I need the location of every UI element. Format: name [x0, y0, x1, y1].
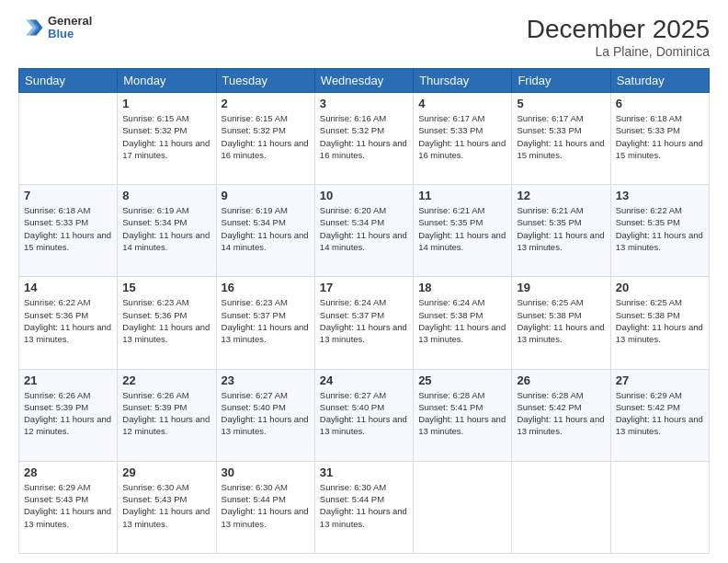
calendar-week-1: 1Sunrise: 6:15 AMSunset: 5:32 PMDaylight…	[19, 93, 710, 185]
day-number: 23	[222, 373, 310, 387]
day-number: 11	[418, 189, 506, 202]
day-info: Sunrise: 6:17 AMSunset: 5:33 PMDaylight:…	[517, 112, 605, 161]
calendar-cell: 7Sunrise: 6:18 AMSunset: 5:33 PMDaylight…	[19, 185, 118, 277]
day-number: 24	[320, 373, 408, 387]
day-info: Sunrise: 6:29 AMSunset: 5:42 PMDaylight:…	[616, 389, 704, 438]
calendar-cell: 11Sunrise: 6:21 AMSunset: 5:35 PMDayligh…	[414, 185, 512, 277]
day-info: Sunrise: 6:15 AMSunset: 5:32 PMDaylight:…	[122, 112, 210, 161]
day-info: Sunrise: 6:28 AMSunset: 5:42 PMDaylight:…	[517, 389, 605, 438]
day-info: Sunrise: 6:21 AMSunset: 5:35 PMDaylight:…	[517, 204, 605, 253]
day-number: 12	[517, 189, 605, 202]
calendar-cell	[610, 461, 709, 553]
calendar-cell: 17Sunrise: 6:24 AMSunset: 5:37 PMDayligh…	[314, 277, 413, 369]
weekday-header-wednesday: Wednesday	[314, 69, 413, 93]
day-number: 21	[24, 373, 112, 387]
calendar-cell: 2Sunrise: 6:15 AMSunset: 5:32 PMDaylight…	[216, 93, 314, 185]
calendar-cell: 26Sunrise: 6:28 AMSunset: 5:42 PMDayligh…	[512, 369, 610, 461]
day-info: Sunrise: 6:23 AMSunset: 5:36 PMDaylight:…	[122, 296, 210, 345]
day-info: Sunrise: 6:30 AMSunset: 5:44 PMDaylight:…	[320, 481, 408, 530]
month-title: December 2025	[527, 15, 710, 44]
calendar-cell: 12Sunrise: 6:21 AMSunset: 5:35 PMDayligh…	[512, 185, 610, 277]
calendar-cell: 10Sunrise: 6:20 AMSunset: 5:34 PMDayligh…	[314, 185, 413, 277]
logo-general: General	[48, 15, 92, 28]
day-info: Sunrise: 6:26 AMSunset: 5:39 PMDaylight:…	[24, 389, 112, 438]
calendar-cell: 23Sunrise: 6:27 AMSunset: 5:40 PMDayligh…	[216, 369, 314, 461]
weekday-header-friday: Friday	[512, 69, 610, 93]
calendar-cell: 24Sunrise: 6:27 AMSunset: 5:40 PMDayligh…	[314, 369, 413, 461]
header: General Blue December 2025 La Plaine, Do…	[18, 15, 710, 59]
calendar-cell: 20Sunrise: 6:25 AMSunset: 5:38 PMDayligh…	[610, 277, 709, 369]
calendar-cell: 25Sunrise: 6:28 AMSunset: 5:41 PMDayligh…	[414, 369, 512, 461]
calendar-cell: 31Sunrise: 6:30 AMSunset: 5:44 PMDayligh…	[314, 461, 413, 553]
day-number: 28	[24, 465, 112, 479]
logo-icon	[18, 15, 44, 40]
day-number: 20	[616, 281, 704, 294]
calendar-cell: 8Sunrise: 6:19 AMSunset: 5:34 PMDaylight…	[118, 185, 216, 277]
calendar-cell	[414, 461, 512, 553]
day-number: 5	[517, 97, 605, 110]
calendar-cell: 22Sunrise: 6:26 AMSunset: 5:39 PMDayligh…	[118, 369, 216, 461]
day-number: 26	[517, 373, 605, 387]
weekday-header-thursday: Thursday	[414, 69, 512, 93]
day-number: 22	[122, 373, 210, 387]
day-number: 8	[122, 189, 210, 202]
calendar-cell: 19Sunrise: 6:25 AMSunset: 5:38 PMDayligh…	[512, 277, 610, 369]
calendar-week-2: 7Sunrise: 6:18 AMSunset: 5:33 PMDaylight…	[19, 185, 710, 277]
calendar-cell: 13Sunrise: 6:22 AMSunset: 5:35 PMDayligh…	[610, 185, 709, 277]
logo-blue: Blue	[48, 28, 92, 40]
day-number: 10	[320, 189, 408, 202]
logo: General Blue	[18, 15, 92, 41]
location: La Plaine, Dominica	[527, 44, 710, 59]
day-number: 19	[517, 281, 605, 294]
day-info: Sunrise: 6:29 AMSunset: 5:43 PMDaylight:…	[24, 481, 112, 530]
calendar-week-4: 21Sunrise: 6:26 AMSunset: 5:39 PMDayligh…	[19, 369, 710, 461]
day-number: 29	[122, 465, 210, 479]
day-info: Sunrise: 6:27 AMSunset: 5:40 PMDaylight:…	[222, 389, 310, 438]
day-info: Sunrise: 6:23 AMSunset: 5:37 PMDaylight:…	[222, 296, 310, 345]
day-number: 9	[222, 189, 310, 202]
calendar-cell	[512, 461, 610, 553]
day-number: 27	[616, 373, 704, 387]
calendar-cell: 30Sunrise: 6:30 AMSunset: 5:44 PMDayligh…	[216, 461, 314, 553]
calendar-cell: 16Sunrise: 6:23 AMSunset: 5:37 PMDayligh…	[216, 277, 314, 369]
day-info: Sunrise: 6:18 AMSunset: 5:33 PMDaylight:…	[24, 204, 112, 253]
calendar-cell: 21Sunrise: 6:26 AMSunset: 5:39 PMDayligh…	[19, 369, 118, 461]
calendar-cell: 27Sunrise: 6:29 AMSunset: 5:42 PMDayligh…	[610, 369, 709, 461]
calendar-cell: 1Sunrise: 6:15 AMSunset: 5:32 PMDaylight…	[118, 93, 216, 185]
day-number: 14	[24, 281, 112, 294]
day-info: Sunrise: 6:25 AMSunset: 5:38 PMDaylight:…	[616, 296, 704, 345]
day-info: Sunrise: 6:17 AMSunset: 5:33 PMDaylight:…	[418, 112, 506, 161]
day-info: Sunrise: 6:24 AMSunset: 5:37 PMDaylight:…	[320, 296, 408, 345]
day-number: 4	[418, 97, 506, 110]
day-info: Sunrise: 6:22 AMSunset: 5:36 PMDaylight:…	[24, 296, 112, 345]
day-info: Sunrise: 6:28 AMSunset: 5:41 PMDaylight:…	[418, 389, 506, 438]
day-number: 30	[222, 465, 310, 479]
calendar-week-3: 14Sunrise: 6:22 AMSunset: 5:36 PMDayligh…	[19, 277, 710, 369]
day-number: 31	[320, 465, 408, 479]
calendar-cell: 29Sunrise: 6:30 AMSunset: 5:43 PMDayligh…	[118, 461, 216, 553]
day-info: Sunrise: 6:16 AMSunset: 5:32 PMDaylight:…	[320, 112, 408, 161]
day-info: Sunrise: 6:19 AMSunset: 5:34 PMDaylight:…	[222, 204, 310, 253]
day-number: 2	[222, 97, 310, 110]
calendar-cell: 5Sunrise: 6:17 AMSunset: 5:33 PMDaylight…	[512, 93, 610, 185]
calendar-cell: 18Sunrise: 6:24 AMSunset: 5:38 PMDayligh…	[414, 277, 512, 369]
calendar-cell: 9Sunrise: 6:19 AMSunset: 5:34 PMDaylight…	[216, 185, 314, 277]
day-number: 13	[616, 189, 704, 202]
calendar-cell: 6Sunrise: 6:18 AMSunset: 5:33 PMDaylight…	[610, 93, 709, 185]
day-info: Sunrise: 6:20 AMSunset: 5:34 PMDaylight:…	[320, 204, 408, 253]
calendar-cell: 15Sunrise: 6:23 AMSunset: 5:36 PMDayligh…	[118, 277, 216, 369]
day-info: Sunrise: 6:15 AMSunset: 5:32 PMDaylight:…	[222, 112, 310, 161]
weekday-header-tuesday: Tuesday	[216, 69, 314, 93]
weekday-header-sunday: Sunday	[19, 69, 118, 93]
calendar-cell: 28Sunrise: 6:29 AMSunset: 5:43 PMDayligh…	[19, 461, 118, 553]
title-block: December 2025 La Plaine, Dominica	[527, 15, 710, 59]
day-number: 16	[222, 281, 310, 294]
day-info: Sunrise: 6:27 AMSunset: 5:40 PMDaylight:…	[320, 389, 408, 438]
day-info: Sunrise: 6:26 AMSunset: 5:39 PMDaylight:…	[122, 389, 210, 438]
day-number: 15	[122, 281, 210, 294]
calendar-cell: 3Sunrise: 6:16 AMSunset: 5:32 PMDaylight…	[314, 93, 413, 185]
day-number: 3	[320, 97, 408, 110]
logo-text: General Blue	[48, 15, 92, 41]
weekday-header-saturday: Saturday	[610, 69, 709, 93]
weekday-header-row: SundayMondayTuesdayWednesdayThursdayFrid…	[19, 69, 710, 93]
